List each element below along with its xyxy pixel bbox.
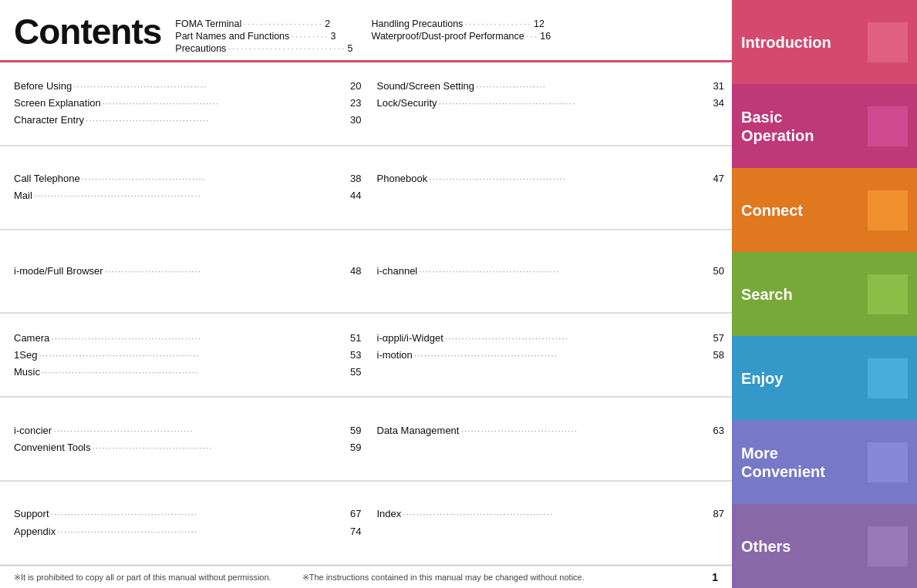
entry-page: 34 <box>710 95 724 112</box>
list-item: i-concier·······························… <box>14 422 362 439</box>
content-col-left: i-concier·······························… <box>14 422 362 456</box>
sidebar-item-search[interactable]: Search <box>732 252 917 336</box>
footer-note2: ※The instructions contained in this manu… <box>302 573 585 583</box>
sidebar-item-label: Introduction <box>741 33 831 52</box>
header-entry-text: Waterproof/Dust-proof Performance <box>372 31 524 42</box>
sidebar-item-connect[interactable]: Connect <box>732 168 917 252</box>
entry-name: i-concier <box>14 422 52 439</box>
sidebar-item-label: More Convenient <box>741 444 825 481</box>
sidebar: IntroductionBasic OperationConnectSearch… <box>732 0 917 588</box>
entry-name: Data Management <box>377 422 460 439</box>
header-entry-num: 12 <box>534 18 544 29</box>
entry-name: Sound/Screen Setting <box>377 78 474 95</box>
content-col-right: Phonebook·······························… <box>377 170 725 204</box>
content-section-inner: Support·································… <box>0 482 732 564</box>
entry-name: i-mode/Full Browser <box>14 263 103 280</box>
header-entry: Part Names and Functions·········3 <box>175 31 352 42</box>
entry-dots: ········································… <box>414 348 709 363</box>
entry-name: Index <box>377 506 402 522</box>
entry-name: i-motion <box>377 347 413 364</box>
entry-name: i-channel <box>377 263 418 280</box>
entry-dots: ········································… <box>419 264 709 279</box>
list-item: Lock/Security···························… <box>377 95 725 112</box>
sidebar-item-label: Search <box>741 285 793 304</box>
entry-dots: ····················· <box>476 79 709 94</box>
sidebar-item-basic-operation[interactable]: Basic Operation <box>732 84 917 168</box>
entry-dots: ····························· <box>105 264 346 279</box>
list-item: i-mode/Full Browser·····················… <box>14 263 362 280</box>
entry-page: 74 <box>348 523 362 540</box>
entry-page: 44 <box>348 187 362 204</box>
sidebar-square-others <box>868 526 908 566</box>
header-entries: FOMA Terminal···················2Part Na… <box>175 18 551 54</box>
entry-page: 48 <box>348 263 362 280</box>
entry-page: 31 <box>710 78 724 95</box>
entry-page: 47 <box>710 170 724 187</box>
entry-dots: ········································… <box>34 188 346 203</box>
entry-page: 67 <box>348 506 362 522</box>
list-item: Camera··································… <box>14 330 362 347</box>
sidebar-square-basic-operation <box>868 106 908 146</box>
entry-page: 63 <box>710 422 724 439</box>
content-col-left: Support·································… <box>14 506 362 539</box>
section-connect: Call Telephone··························… <box>0 146 732 230</box>
sidebar-square-search <box>868 274 908 314</box>
list-item: Sound/Screen Setting····················… <box>377 78 725 95</box>
header-entry-dots: ··················· <box>243 18 323 29</box>
entry-page: 87 <box>710 506 724 522</box>
entry-dots: ········································… <box>53 423 346 438</box>
main-container: Contents FOMA Terminal··················… <box>0 0 917 588</box>
entry-name: Call Telephone <box>14 170 80 187</box>
content-col-left: Before Using····························… <box>14 78 362 129</box>
list-item: i-channel·······························… <box>377 263 725 280</box>
header-entry-text: Precautions <box>175 43 226 54</box>
entry-dots: ··································· <box>103 96 346 111</box>
header-entry-dots: ········· <box>291 31 329 42</box>
entry-name: Appendix <box>14 523 56 540</box>
entry-name: Convenient Tools <box>14 439 91 456</box>
entry-dots: ········································… <box>57 524 346 539</box>
entry-name: Support <box>14 506 49 522</box>
footer-page: 1 <box>712 571 718 583</box>
entry-dots: ····································· <box>86 113 346 128</box>
section-others: Support·································… <box>0 482 732 566</box>
section-enjoy: Camera··································… <box>0 314 732 398</box>
entry-name: Mail <box>14 187 32 204</box>
list-item: Call Telephone··························… <box>14 170 362 187</box>
sidebar-item-label: Enjoy <box>741 369 783 388</box>
content-col-right: Index···································… <box>377 506 725 539</box>
header-entry-text: Handling Precautions <box>372 18 464 29</box>
section-more-convenient: i-concier·······························… <box>0 398 732 482</box>
sidebar-item-more-convenient[interactable]: More Convenient <box>732 420 917 504</box>
entry-page: 59 <box>348 422 362 439</box>
header-entry: FOMA Terminal···················2 <box>175 18 352 29</box>
footer: ※It is prohibited to copy all or part of… <box>0 566 732 588</box>
entry-name: i-αppli/i-Widget <box>377 330 443 347</box>
sidebar-item-introduction[interactable]: Introduction <box>732 0 917 84</box>
entry-page: 58 <box>710 347 724 364</box>
entry-dots: ········································… <box>51 506 346 522</box>
list-item: Screen Explanation······················… <box>14 95 362 112</box>
sidebar-item-others[interactable]: Others <box>732 504 917 588</box>
list-item: 1Seg····································… <box>14 347 362 364</box>
list-item: Support·································… <box>14 506 362 522</box>
content-section-inner: i-mode/Full Browser·····················… <box>0 230 732 313</box>
content-section-cols: Call Telephone··························… <box>14 170 724 204</box>
content-section-inner: Before Using····························… <box>0 62 732 145</box>
entry-name: Before Using <box>14 78 72 95</box>
entry-page: 53 <box>348 347 362 364</box>
header-col-right: Handling Precautions················12Wa… <box>372 18 551 54</box>
content-section-cols: Support·································… <box>14 506 724 539</box>
sidebar-item-enjoy[interactable]: Enjoy <box>732 336 917 420</box>
footer-note1: ※It is prohibited to copy all or part of… <box>14 573 271 583</box>
content-col-left: i-mode/Full Browser·····················… <box>14 263 362 280</box>
header-col-left: FOMA Terminal···················2Part Na… <box>175 18 352 54</box>
list-item: Data Management·························… <box>377 422 725 439</box>
list-item: Music···································… <box>14 364 362 381</box>
header-section: Contents FOMA Terminal··················… <box>0 0 732 62</box>
content-col-right: i-channel·······························… <box>377 263 725 280</box>
entry-dots: ········································… <box>39 348 346 363</box>
header-entry-num: 2 <box>325 18 330 29</box>
entry-dots: ···································· <box>93 440 346 455</box>
content-col-right: Data Management·························… <box>377 422 725 456</box>
